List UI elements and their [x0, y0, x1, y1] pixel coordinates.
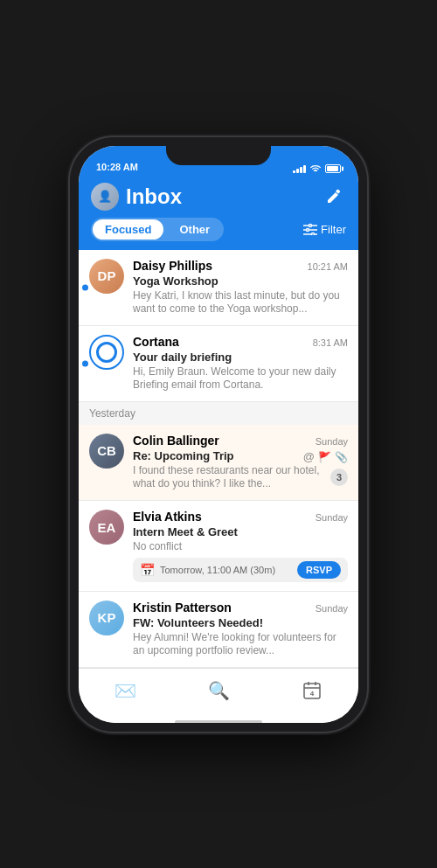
bottom-navigation: ✉️ 🔍 4: [79, 668, 358, 713]
inbox-title: Inbox: [126, 184, 182, 209]
battery-icon: [325, 164, 341, 173]
phone-notch: [166, 146, 271, 165]
signal-icon: [293, 164, 306, 173]
mail-icon: ✉️: [114, 680, 136, 701]
email-item-cortana[interactable]: Cortana 8:31 AM Your daily briefing Hi, …: [79, 326, 358, 402]
filter-button[interactable]: Filter: [303, 223, 346, 236]
tab-group: Focused Other: [91, 218, 224, 241]
email-item-kristin[interactable]: KP Kristin Patterson Sunday FW: Voluntee…: [79, 592, 358, 668]
sender-cortana: Cortana: [133, 335, 179, 349]
compose-icon: [325, 188, 343, 205]
colin-count: 3: [330, 469, 348, 486]
header-left: 👤 Inbox: [91, 183, 182, 211]
preview-kristin: Hey Alumni! We're looking for volunteers…: [133, 631, 348, 658]
header-top-row: 👤 Inbox: [91, 183, 346, 211]
nav-calendar[interactable]: 4: [265, 669, 358, 713]
home-bar: [175, 720, 262, 723]
email-list: DP Daisy Phillips 10:21 AM Yoga Workshop…: [79, 250, 358, 668]
cortana-ring: [96, 342, 117, 363]
email-item-daisy[interactable]: DP Daisy Phillips 10:21 AM Yoga Workshop…: [79, 250, 358, 326]
unread-dot-daisy: [82, 285, 88, 291]
wifi-icon: [309, 164, 322, 173]
section-yesterday: Yesterday: [79, 402, 358, 425]
svg-point-0: [309, 225, 312, 227]
status-time: 10:28 AM: [96, 162, 138, 173]
user-avatar[interactable]: 👤: [91, 183, 119, 211]
search-icon: 🔍: [208, 680, 230, 701]
flag-icon: 🚩: [318, 451, 331, 463]
filter-icon: [303, 223, 317, 235]
email-content-elvia: Elvia Atkins Sunday Intern Meet & Greet …: [133, 510, 348, 582]
email-header-daisy: Daisy Phillips 10:21 AM: [133, 259, 348, 273]
preview-colin: I found these restaurants near our hotel…: [133, 464, 330, 491]
sender-colin: Colin Ballinger: [133, 434, 219, 448]
email-header-kristin: Kristin Patterson Sunday: [133, 601, 348, 615]
subject-cortana: Your daily briefing: [133, 351, 348, 364]
svg-point-6: [312, 233, 315, 236]
time-daisy: 10:21 AM: [308, 261, 348, 272]
sender-daisy: Daisy Phillips: [133, 259, 212, 273]
at-icon: @: [303, 450, 315, 463]
email-content-cortana: Cortana 8:31 AM Your daily briefing Hi, …: [133, 335, 348, 392]
header-tabs: Focused Other Filter: [91, 218, 346, 241]
attachment-icon: 📎: [335, 451, 348, 463]
sender-kristin: Kristin Patterson: [133, 601, 232, 615]
subject-elvia: Intern Meet & Greet: [133, 525, 348, 538]
inbox-header: 👤 Inbox Focused Other: [79, 177, 358, 250]
nav-mail[interactable]: ✉️: [79, 669, 172, 713]
event-row-elvia: 📅 Tomorrow, 11:00 AM (30m) RSVP: [133, 558, 348, 582]
avatar-daisy: DP: [89, 259, 124, 294]
rsvp-button[interactable]: RSVP: [297, 561, 341, 579]
svg-point-3: [307, 229, 309, 232]
preview-daisy: Hey Katri, I know this last minute, but …: [133, 289, 348, 316]
time-elvia: Sunday: [316, 512, 348, 523]
time-kristin: Sunday: [316, 603, 348, 614]
subject-colin: Re: Upcoming Trip: [133, 449, 234, 462]
email-header-colin: Colin Ballinger Sunday: [133, 434, 348, 448]
filter-label: Filter: [321, 223, 346, 236]
unread-dot-cortana: [82, 361, 88, 367]
time-colin: Sunday: [316, 436, 348, 447]
subject-daisy: Yoga Workshop: [133, 274, 348, 288]
preview-elvia: No conflict: [133, 540, 348, 554]
email-header-cortana: Cortana 8:31 AM: [133, 335, 348, 349]
time-cortana: 8:31 AM: [313, 337, 348, 348]
email-item-wrapper-daisy: DP Daisy Phillips 10:21 AM Yoga Workshop…: [79, 250, 358, 326]
colin-icons: @ 🚩 📎: [303, 450, 348, 463]
tab-focused[interactable]: Focused: [93, 219, 163, 240]
status-icons: [293, 164, 341, 173]
avatar-elvia: EA: [89, 510, 124, 545]
nav-search[interactable]: 🔍: [172, 669, 266, 713]
email-item-elvia[interactable]: EA Elvia Atkins Sunday Intern Meet & Gre…: [79, 501, 358, 592]
calendar-icon: 4: [302, 681, 322, 700]
phone-screen: 10:28 AM: [79, 146, 358, 723]
email-content-colin: Colin Ballinger Sunday Re: Upcoming Trip…: [133, 434, 348, 491]
avatar-colin: CB: [89, 434, 124, 469]
compose-button[interactable]: [322, 184, 346, 209]
home-indicator: [79, 713, 358, 723]
event-text-elvia: Tomorrow, 11:00 AM (30m): [160, 565, 292, 575]
avatar-kristin: KP: [89, 601, 124, 635]
subject-kristin: FW: Volunteers Needed!: [133, 616, 348, 629]
tab-other[interactable]: Other: [167, 219, 222, 240]
email-content-kristin: Kristin Patterson Sunday FW: Volunteers …: [133, 601, 348, 658]
email-content-daisy: Daisy Phillips 10:21 AM Yoga Workshop He…: [133, 259, 348, 316]
svg-text:4: 4: [309, 690, 314, 698]
email-header-elvia: Elvia Atkins Sunday: [133, 510, 348, 524]
email-item-wrapper-cortana: Cortana 8:31 AM Your daily briefing Hi, …: [79, 326, 358, 402]
sender-elvia: Elvia Atkins: [133, 510, 202, 524]
email-item-colin[interactable]: CB Colin Ballinger Sunday Re: Upcoming T…: [79, 425, 358, 501]
calendar-event-icon: 📅: [140, 563, 155, 577]
avatar-cortana: [89, 335, 124, 370]
preview-cortana: Hi, Emily Braun. Welcome to your new dai…: [133, 365, 348, 392]
phone-frame: 10:28 AM: [70, 137, 367, 732]
